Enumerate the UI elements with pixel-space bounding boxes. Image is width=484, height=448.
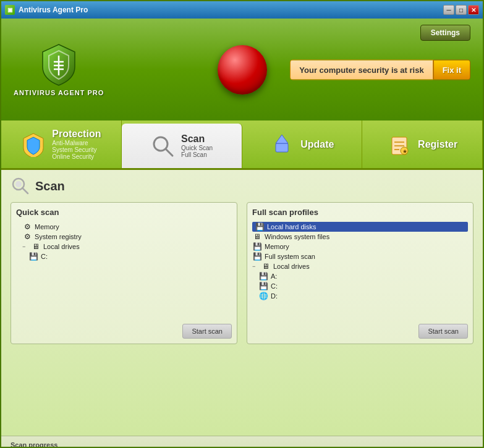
quick-registry-label: System registry [35, 233, 82, 240]
scan-subtitle2: Full Scan [181, 151, 213, 158]
window-controls: ─ □ ✕ [443, 5, 479, 15]
svg-line-6 [166, 149, 172, 156]
protection-subtitle3: Online Security [52, 153, 101, 160]
list-item[interactable]: ⚙ Memory [16, 222, 232, 232]
title-bar: ▣ Antivirus Agent Pro ─ □ ✕ [1, 1, 483, 19]
list-item[interactable]: 💾 A: [252, 271, 468, 281]
full-c-label: C: [271, 282, 278, 290]
full-memory-label: Memory [265, 243, 289, 250]
svg-marker-8 [276, 135, 288, 143]
winsys-icon: 🖥 [252, 232, 262, 241]
minimize-button[interactable]: ─ [443, 5, 454, 15]
header-logo: ANTIVIRUS AGENT PRO [14, 43, 104, 96]
tab-update[interactable]: Update [242, 120, 363, 168]
expand-toggle: − [252, 263, 258, 269]
tab-register[interactable]: ★ Register [362, 120, 483, 168]
full-localhd-label: Local hard disks [267, 223, 316, 230]
list-item[interactable]: 🖥 Windows system files [252, 232, 468, 242]
full-memory-icon: 💾 [252, 242, 262, 251]
full-scan-label: Full system scan [265, 253, 315, 260]
tab-scan[interactable]: Scan Quick Scan Full Scan [122, 124, 242, 168]
security-indicator [218, 45, 267, 95]
section-header: Scan [11, 176, 473, 196]
list-item[interactable]: 💾 C: [252, 281, 468, 291]
protection-tab-text: Protection Anti-Malware System Security … [52, 129, 101, 160]
header: Settings ANTIVIRUS AGENT PRO Your comput… [1, 19, 483, 120]
protection-icon [21, 132, 46, 157]
localhd-icon: 💾 [255, 222, 265, 231]
list-item[interactable]: 💾 Local hard disks [252, 222, 468, 232]
drive-c-icon: 💾 [28, 252, 38, 261]
scan-subtitle1: Quick Scan [181, 145, 213, 151]
update-tab-title: Update [300, 139, 334, 150]
quick-scan-panel: Quick scan ⚙ Memory ⚙ System registry − … [11, 202, 237, 344]
protection-subtitle2: System Security [52, 146, 101, 153]
memory-icon: ⚙ [22, 222, 32, 231]
list-item[interactable]: − 🖥 Local drives [16, 242, 232, 251]
update-icon [270, 132, 294, 157]
list-item[interactable]: − 🖥 Local drives [252, 261, 468, 271]
registry-icon: ⚙ [22, 232, 32, 241]
quick-c-label: C: [41, 253, 48, 260]
logo-text: ANTIVIRUS AGENT PRO [14, 89, 104, 96]
list-item[interactable]: 💾 C: [16, 251, 232, 261]
register-icon: ★ [387, 132, 412, 157]
list-item[interactable]: 🌐 D: [252, 291, 468, 301]
full-winsys-label: Windows system files [265, 233, 329, 240]
full-a-label: A: [271, 273, 277, 280]
list-item[interactable]: 💾 Full system scan [252, 251, 468, 261]
full-scan-title: Full scan profiles [252, 208, 468, 217]
full-localdrives-label: Local drives [273, 263, 310, 270]
quick-localdrives-label: Local drives [43, 243, 80, 250]
section-title: Scan [35, 179, 65, 193]
list-item[interactable]: ⚙ System registry [16, 232, 232, 242]
section-search-icon [11, 176, 30, 196]
drive-d-icon: 🌐 [258, 292, 268, 300]
settings-button[interactable]: Settings [420, 25, 470, 41]
local-drives-icon: 🖥 [31, 242, 41, 251]
protection-tab-title: Protection [52, 129, 101, 140]
status-bar: Your computer security is at risk Fix it [290, 59, 470, 80]
svg-point-5 [156, 140, 165, 148]
quick-scan-title: Quick scan [16, 208, 232, 217]
main-content: Scan Quick scan ⚙ Memory ⚙ System regist… [1, 170, 483, 436]
full-start-scan-button[interactable]: Start scan [418, 324, 468, 339]
update-tab-text: Update [300, 139, 334, 150]
svg-point-16 [15, 181, 22, 187]
expand-toggle: − [22, 243, 28, 250]
fullscan-icon: 💾 [252, 252, 262, 261]
scan-panels: Quick scan ⚙ Memory ⚙ System registry − … [11, 202, 473, 344]
status-message: Your computer security is at risk [290, 59, 433, 80]
drive-c2-icon: 💾 [258, 282, 268, 290]
app-icon: ▣ [5, 5, 15, 15]
quick-memory-label: Memory [35, 223, 59, 230]
protection-subtitle1: Anti-Malware [52, 140, 101, 146]
maximize-button[interactable]: □ [456, 5, 467, 15]
scan-tab-text: Scan Quick Scan Full Scan [181, 133, 213, 158]
status-center [218, 45, 267, 95]
register-tab-text: Register [418, 139, 457, 150]
list-item[interactable]: 💾 Memory [252, 242, 468, 251]
progress-label: Scan progress [11, 441, 473, 448]
svg-text:★: ★ [402, 148, 407, 154]
full-scan-panel: Full scan profiles 💾 Local hard disks 🖥 … [247, 202, 473, 344]
close-button[interactable]: ✕ [468, 5, 479, 15]
full-d-label: D: [271, 292, 278, 300]
scan-tab-title: Scan [181, 133, 213, 145]
app-title: Antivirus Agent Pro [19, 6, 88, 14]
register-tab-title: Register [418, 139, 457, 150]
fix-button[interactable]: Fix it [433, 59, 470, 80]
shield-icon [40, 43, 77, 87]
svg-line-17 [22, 188, 28, 193]
quick-start-scan-button[interactable]: Start scan [182, 324, 232, 339]
progress-section: Scan progress 10% Stop c:\I386\MSN.IS_ [1, 436, 483, 448]
svg-rect-7 [276, 143, 288, 152]
tab-protection[interactable]: Protection Anti-Malware System Security … [1, 120, 122, 168]
drive-a-icon: 💾 [258, 272, 268, 281]
nav-tabs: Protection Anti-Malware System Security … [1, 120, 483, 170]
scan-icon [150, 133, 175, 158]
title-bar-left: ▣ Antivirus Agent Pro [5, 5, 88, 15]
full-localdrives-icon: 🖥 [261, 262, 271, 271]
